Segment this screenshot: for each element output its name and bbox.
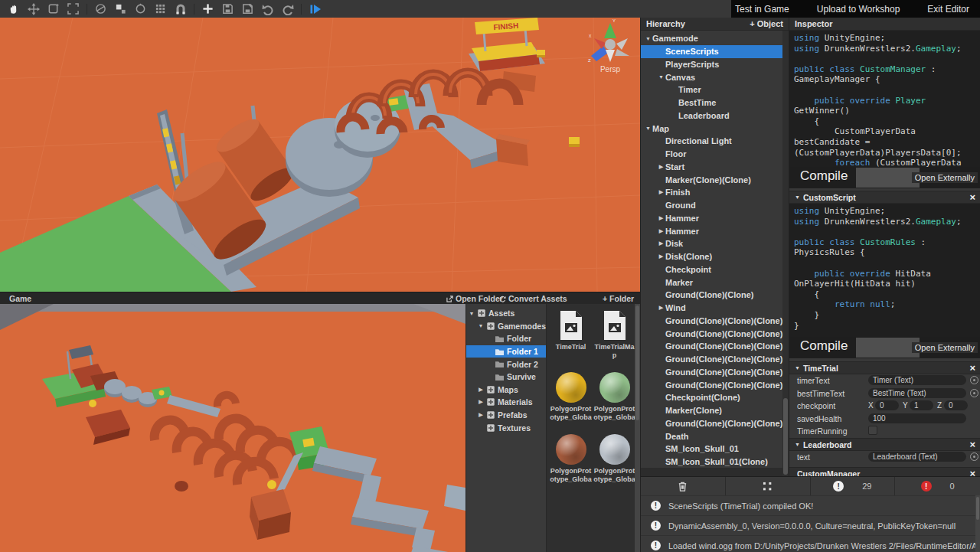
console-log-row[interactable]: !SceneScripts (TimeTrial) compiled OK! — [641, 495, 980, 515]
game-view[interactable] — [0, 304, 466, 552]
undo-icon[interactable] — [261, 2, 274, 15]
info-filter-button[interactable]: ! 29 — [811, 477, 896, 495]
compile-button[interactable]: Compile — [800, 168, 848, 184]
hierarchy-item[interactable]: ▶Start — [641, 161, 789, 174]
assets-tree-item[interactable]: Folder 2 — [466, 358, 546, 371]
add-folder-button[interactable]: + Folder — [603, 294, 634, 303]
z-value-field[interactable]: 0 — [944, 400, 968, 410]
assets-scrollbar[interactable] — [635, 304, 640, 552]
magnet-snap-icon[interactable] — [174, 2, 187, 15]
hierarchy-item[interactable]: BestTime — [641, 96, 789, 109]
hierarchy-item[interactable]: ▶Disk(Clone) — [641, 250, 789, 263]
object-field[interactable]: Timer (Text) — [868, 375, 966, 385]
foldout-closed-icon[interactable]: ▶ — [657, 164, 665, 170]
error-filter-button[interactable]: ! 0 — [895, 477, 980, 495]
foldout-closed-icon[interactable]: ▶ — [657, 189, 665, 195]
asset-item[interactable]: PolygonPrototype_Global — [593, 433, 636, 495]
open-folder-button[interactable]: Open Folder — [446, 294, 503, 304]
hierarchy-item[interactable]: Checkpoint(Clone) — [641, 391, 789, 404]
foldout-open-icon[interactable]: ▼ — [795, 194, 800, 200]
hierarchy-item[interactable]: ▼Map — [641, 122, 789, 135]
upload-to-workshop-button[interactable]: Upload to Workshop — [817, 4, 900, 15]
foldout-closed-icon[interactable]: ▶ — [657, 228, 665, 234]
hierarchy-item[interactable]: Ground(Clone)(Clone)(Clone)(Clone)(C — [641, 353, 789, 366]
game-tab[interactable]: Game — [9, 294, 31, 303]
assets-tree-item[interactable]: ▶Prefabs — [466, 409, 546, 422]
text-field[interactable]: 100 — [868, 413, 966, 423]
hierarchy-item[interactable]: Marker — [641, 276, 789, 289]
console-scrollbar[interactable] — [975, 495, 980, 552]
y-value-field[interactable]: 1 — [910, 400, 933, 410]
hierarchy-item[interactable]: ▶Disk — [641, 237, 789, 250]
clear-console-button[interactable] — [641, 477, 726, 495]
grid-toggle-icon[interactable] — [154, 2, 167, 15]
foldout-open-icon[interactable]: ▼ — [795, 365, 800, 371]
scale-tool-icon[interactable] — [67, 2, 80, 15]
hand-tool-icon[interactable] — [7, 2, 20, 15]
hierarchy-item[interactable]: SM_Icon_Skull_01 — [641, 443, 789, 456]
hierarchy-item[interactable]: ▼Canvas — [641, 70, 789, 83]
foldout-open-icon[interactable]: ▼ — [477, 323, 485, 328]
save-icon[interactable] — [221, 2, 234, 15]
hierarchy-item[interactable]: ▶Hammer — [641, 224, 789, 237]
hierarchy-item[interactable]: ▶Finish — [641, 186, 789, 199]
x-value-field[interactable]: 0 — [875, 400, 899, 410]
hierarchy-item[interactable]: Ground(Clone)(Clone)(Clone) — [641, 315, 789, 328]
blank-button[interactable] — [856, 168, 920, 188]
save-as-icon[interactable] — [241, 2, 254, 15]
close-icon[interactable]: × — [969, 194, 975, 201]
object-field[interactable]: BestTime (Text) — [868, 388, 966, 398]
scene-view[interactable]: FINISH Y Z X Persp — [0, 18, 640, 292]
close-icon[interactable]: × — [969, 470, 975, 477]
exit-editor-button[interactable]: Exit Editor — [927, 4, 969, 15]
snap-toggle-icon[interactable] — [114, 2, 127, 15]
object-field[interactable]: Leaderboard (Text) — [868, 452, 966, 462]
close-icon[interactable]: × — [969, 364, 975, 372]
code-editor-manager[interactable]: using UnityEngine;using DrunkenWrestlers… — [789, 31, 980, 167]
hierarchy-item[interactable]: Leaderboard — [641, 109, 789, 122]
hierarchy-scrollbar[interactable] — [782, 31, 789, 476]
assets-tree-item[interactable]: ▼Assets — [466, 307, 546, 320]
foldout-closed-icon[interactable]: ▶ — [477, 399, 485, 405]
custommanager-header[interactable]: CustomManager × — [789, 467, 980, 476]
code-editor-rules[interactable]: using UnityEngine;using DrunkenWrestlers… — [789, 204, 980, 337]
foldout-closed-icon[interactable]: ▶ — [657, 240, 665, 247]
hierarchy-item[interactable]: ▼Gamemode — [641, 32, 789, 45]
add-object-icon[interactable] — [201, 2, 214, 15]
foldout-open-icon[interactable]: ▼ — [657, 74, 665, 80]
test-in-game-button[interactable]: Test in Game — [735, 4, 789, 15]
hierarchy-item[interactable]: Ground(Clone)(Clone) — [641, 289, 789, 302]
foldout-closed-icon[interactable]: ▶ — [657, 253, 665, 260]
foldout-open-icon[interactable]: ▼ — [795, 442, 800, 447]
gizmo-persp-label[interactable]: Persp — [600, 65, 621, 73]
compile-button[interactable]: Compile — [800, 338, 848, 354]
timer-running-checkbox[interactable] — [868, 426, 877, 435]
customscript-header[interactable]: ▼ CustomScript × — [789, 191, 980, 204]
asset-item[interactable]: PolygonPrototype_Global — [593, 371, 636, 433]
hierarchy-item[interactable]: SceneScripts — [641, 45, 789, 58]
close-icon[interactable]: × — [969, 441, 975, 449]
hierarchy-item[interactable]: Marker(Clone) — [641, 404, 789, 417]
pivot-globe-icon[interactable] — [94, 2, 107, 15]
asset-item[interactable]: PolygonPrototype_Global — [549, 433, 593, 495]
foldout-closed-icon[interactable]: ▶ — [477, 387, 485, 393]
foldout-open-icon[interactable]: ▼ — [644, 36, 652, 41]
orientation-toggle-icon[interactable] — [134, 2, 147, 15]
hierarchy-item[interactable]: Ground(Clone)(Clone)(Clone)(Clone) — [641, 366, 789, 379]
hierarchy-item[interactable]: ▶Hammer — [641, 212, 789, 225]
blank-button[interactable] — [856, 338, 920, 358]
rotate-tool-icon[interactable] — [47, 2, 60, 15]
hierarchy-item[interactable]: Checkpoint — [641, 263, 789, 276]
convert-assets-button[interactable]: Convert Assets — [499, 294, 567, 304]
collapse-button[interactable] — [726, 477, 811, 495]
hierarchy-item[interactable]: Death — [641, 430, 789, 443]
object-picker-icon[interactable] — [970, 376, 978, 384]
hierarchy-item[interactable]: Marker(Clone)(Clone) — [641, 173, 789, 186]
redo-icon[interactable] — [281, 2, 294, 15]
assets-tree-item[interactable]: ▶Materials — [466, 396, 546, 409]
add-object-button[interactable]: + Object — [750, 19, 783, 28]
move-tool-icon[interactable] — [27, 2, 40, 15]
hierarchy-item[interactable]: Ground — [641, 199, 789, 212]
console-log-row[interactable]: !Loaded wind.ogg from D:/UnityProjects/D… — [641, 535, 980, 552]
timetrial-header[interactable]: ▼ TimeTrial × — [789, 361, 980, 374]
